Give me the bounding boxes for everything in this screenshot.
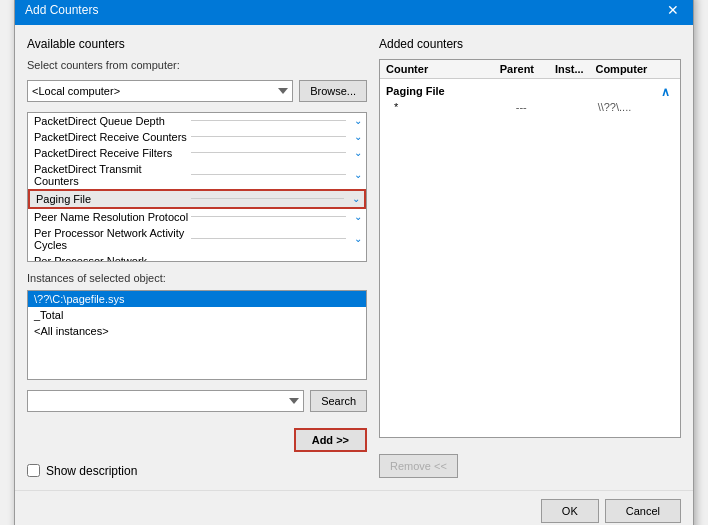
added-counter-parent: --- (496, 101, 547, 113)
close-button[interactable]: ✕ (663, 3, 683, 17)
counter-item-divider (191, 198, 344, 199)
counter-list-item[interactable]: PacketDirect Receive Counters⌄ (28, 129, 366, 145)
counter-item-text: PacketDirect Queue Depth (34, 115, 189, 127)
show-description-label: Show description (46, 464, 137, 478)
search-button[interactable]: Search (310, 390, 367, 412)
counter-list-item[interactable]: Per Processor Network Activity Cycles⌄ (28, 225, 366, 253)
counter-list-item[interactable]: PacketDirect Transmit Counters⌄ (28, 161, 366, 189)
chevron-down-icon: ⌄ (354, 211, 362, 222)
footer-buttons: OK Cancel (15, 490, 693, 526)
added-counters-label: Added counters (379, 37, 681, 51)
instance-list-item[interactable]: <All instances> (28, 323, 366, 339)
instances-label: Instances of selected object: (27, 272, 367, 284)
added-counter-inst (547, 101, 598, 113)
counter-item-text: Per Processor Network Activity Cycles (34, 227, 189, 251)
chevron-down-icon: ⌄ (354, 131, 362, 142)
chevron-down-icon: ⌄ (354, 115, 362, 126)
counter-item-text: PacketDirect Receive Filters (34, 147, 189, 159)
added-counters-body: Paging File∧ * --- \\??\.... (380, 79, 680, 437)
col-counter-header: Counter (386, 63, 491, 75)
counter-list-item[interactable]: PacketDirect Receive Filters⌄ (28, 145, 366, 161)
chevron-down-icon: ⌄ (354, 261, 362, 262)
add-button[interactable]: Add >> (294, 428, 367, 452)
counter-item-text: Peer Name Resolution Protocol (34, 211, 189, 223)
search-select[interactable] (27, 390, 304, 412)
added-counter-computer: \\??\.... (598, 101, 674, 113)
added-counter-name: * (394, 101, 496, 113)
counter-item-text: Paging File (36, 193, 189, 205)
dialog-body: Available counters Select counters from … (15, 25, 693, 490)
search-row: Search (27, 390, 367, 412)
counter-list-item[interactable]: Per Processor Network Interface Card Act… (28, 253, 366, 262)
added-counters-header: Counter Parent Inst... Computer (380, 60, 680, 79)
instance-list-item[interactable]: \??\C:\pagefile.sys (28, 291, 366, 307)
add-counters-dialog: Add Counters ✕ Available counters Select… (14, 0, 694, 525)
col-computer-header: Computer (595, 63, 674, 75)
show-description-row: Show description (27, 464, 367, 478)
computer-row: <Local computer> Browse... (27, 80, 367, 102)
chevron-down-icon: ⌄ (354, 233, 362, 244)
added-group-label: Paging File∧ (386, 83, 674, 99)
counter-item-divider (191, 216, 346, 217)
select-from-label: Select counters from computer: (27, 59, 367, 71)
counter-item-text: PacketDirect Transmit Counters (34, 163, 189, 187)
counter-item-divider (191, 152, 346, 153)
left-panel: Available counters Select counters from … (27, 37, 367, 478)
counter-list-item[interactable]: PacketDirect Queue Depth⌄ (28, 113, 366, 129)
counter-item-divider (191, 136, 346, 137)
counter-item-divider (191, 174, 346, 175)
instance-list-item[interactable]: _Total (28, 307, 366, 323)
cancel-button[interactable]: Cancel (605, 499, 681, 523)
counter-list-item[interactable]: Peer Name Resolution Protocol⌄ (28, 209, 366, 225)
browse-button[interactable]: Browse... (299, 80, 367, 102)
show-description-checkbox[interactable] (27, 464, 40, 477)
available-counters-label: Available counters (27, 37, 367, 51)
col-parent-header: Parent (491, 63, 543, 75)
right-panel: Added counters Counter Parent Inst... Co… (379, 37, 681, 478)
instances-list: \??\C:\pagefile.sys_Total<All instances> (27, 290, 367, 380)
ok-button[interactable]: OK (541, 499, 599, 523)
remove-button[interactable]: Remove << (379, 454, 458, 478)
counter-list-item[interactable]: Paging File⌄ (28, 189, 366, 209)
computer-select[interactable]: <Local computer> (27, 80, 293, 102)
chevron-up-icon: ∧ (661, 85, 670, 99)
added-counters-box: Counter Parent Inst... Computer Paging F… (379, 59, 681, 438)
counter-item-divider (191, 238, 346, 239)
counter-item-text: Per Processor Network Interface Card Act… (34, 255, 189, 262)
counter-item-text: PacketDirect Receive Counters (34, 131, 189, 143)
counters-list: PacketDirect Queue Depth⌄PacketDirect Re… (27, 112, 367, 262)
title-bar: Add Counters ✕ (15, 0, 693, 25)
added-counter-row: * --- \\??\.... (386, 99, 674, 115)
counter-item-divider (191, 120, 346, 121)
chevron-down-icon: ⌄ (354, 169, 362, 180)
chevron-down-icon: ⌄ (352, 193, 360, 204)
dialog-title: Add Counters (25, 3, 98, 17)
chevron-down-icon: ⌄ (354, 147, 362, 158)
col-inst-header: Inst... (543, 63, 595, 75)
